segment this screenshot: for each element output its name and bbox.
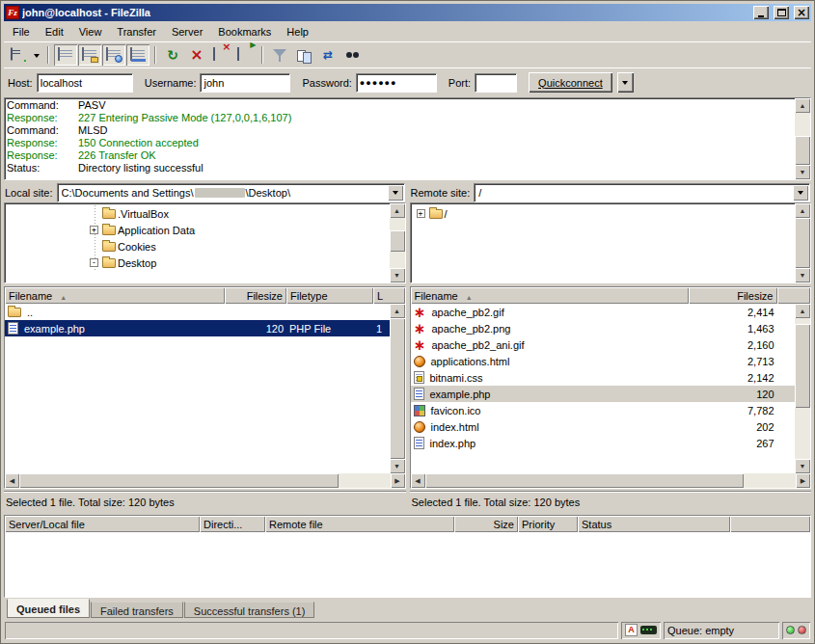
toggle-remote-tree-button[interactable]: [102, 44, 125, 66]
scrollbar-track[interactable]: [19, 473, 391, 488]
site-manager-button[interactable]: [7, 44, 30, 66]
local-site-combobox[interactable]: C:\Documents and Settings\\Desktop\: [57, 183, 405, 202]
column-header-filesize[interactable]: Filesize: [225, 287, 286, 304]
remote-list-horizontal-scrollbar[interactable]: ◀ ▶: [411, 473, 811, 488]
scroll-up-icon[interactable]: ▲: [795, 203, 810, 218]
menu-edit[interactable]: Edit: [38, 23, 71, 40]
disconnect-button[interactable]: [209, 44, 232, 66]
file-row[interactable]: applications.html2,713: [411, 353, 796, 369]
sync-browse-button[interactable]: [316, 44, 340, 66]
scrollbar-track[interactable]: [795, 218, 810, 268]
scroll-down-icon[interactable]: ▼: [795, 268, 810, 282]
tree-item[interactable]: -Desktop: [5, 255, 390, 271]
scrollbar-track[interactable]: [795, 318, 810, 459]
file-row[interactable]: index.php267: [411, 435, 796, 451]
password-input[interactable]: [356, 73, 437, 93]
scroll-down-icon[interactable]: ▼: [390, 459, 405, 473]
column-header-filetype[interactable]: Filetype: [286, 287, 373, 304]
transfer-type-ascii-icon[interactable]: [625, 624, 638, 636]
scrollbar-thumb[interactable]: [795, 218, 810, 268]
column-header-remote-file[interactable]: Remote file: [265, 516, 454, 532]
tree-item[interactable]: Cookies: [5, 238, 390, 255]
column-header-priority[interactable]: Priority: [518, 516, 578, 532]
file-row[interactable]: index.html202: [411, 418, 796, 435]
scroll-right-icon[interactable]: ▶: [391, 473, 405, 488]
tab-queued-files[interactable]: Queued files: [7, 599, 90, 618]
menu-file[interactable]: File: [5, 23, 38, 40]
scroll-right-icon[interactable]: ▶: [796, 473, 810, 488]
file-row[interactable]: bitnami.css2,142: [411, 369, 796, 386]
column-header-filename[interactable]: Filename: [5, 287, 225, 304]
scrollbar-track[interactable]: [390, 318, 405, 459]
expander-icon[interactable]: +: [90, 226, 98, 234]
expander-icon[interactable]: -: [90, 258, 98, 267]
local-tree-scrollbar[interactable]: ▲ ▼: [390, 203, 405, 282]
column-header-filename[interactable]: Filename: [411, 287, 689, 304]
scrollbar-thumb[interactable]: [425, 473, 745, 488]
file-row[interactable]: apache_pb2_ani.gif2,160: [411, 336, 796, 353]
toggle-message-log-button[interactable]: [54, 44, 77, 66]
scroll-up-icon[interactable]: ▲: [795, 98, 810, 113]
file-row[interactable]: ..: [5, 304, 390, 320]
port-input[interactable]: [475, 73, 517, 93]
reconnect-button[interactable]: [233, 44, 257, 66]
maximize-button[interactable]: [774, 6, 789, 19]
site-manager-dropdown-button[interactable]: [31, 44, 42, 66]
scroll-down-icon[interactable]: ▼: [390, 268, 405, 282]
scrollbar-thumb[interactable]: [19, 473, 339, 488]
minimize-button[interactable]: [753, 6, 769, 19]
column-header-direction[interactable]: Directi...: [200, 516, 265, 532]
scroll-up-icon[interactable]: ▲: [390, 203, 405, 218]
remote-tree-scrollbar[interactable]: ▲ ▼: [795, 203, 810, 282]
scroll-up-icon[interactable]: ▲: [390, 304, 405, 318]
local-list-horizontal-scrollbar[interactable]: ◀ ▶: [5, 473, 405, 488]
log-vertical-scrollbar[interactable]: ▲ ▼: [795, 98, 810, 179]
scroll-left-icon[interactable]: ◀: [5, 473, 19, 488]
scroll-down-icon[interactable]: ▼: [795, 459, 810, 473]
host-input[interactable]: [37, 73, 133, 93]
file-row-selected[interactable]: example.php120: [411, 386, 796, 402]
remote-site-combobox[interactable]: /: [474, 183, 810, 202]
compare-button[interactable]: [292, 44, 315, 66]
file-row[interactable]: apache_pb2.gif2,414: [411, 304, 796, 320]
tab-successful-transfers[interactable]: Successful transfers (1): [184, 602, 315, 618]
quickconnect-button[interactable]: Quickconnect: [529, 72, 612, 93]
remote-site-dropdown-button[interactable]: [793, 185, 808, 201]
scroll-down-icon[interactable]: ▼: [795, 165, 810, 179]
tree-item[interactable]: +Application Data: [5, 222, 390, 238]
remote-list-vertical-scrollbar[interactable]: ▲ ▼: [795, 304, 810, 473]
column-header-size[interactable]: Size: [454, 516, 518, 532]
username-input[interactable]: [200, 73, 290, 93]
scroll-up-icon[interactable]: ▲: [795, 304, 810, 318]
column-header-status[interactable]: Status: [578, 516, 730, 532]
menu-help[interactable]: Help: [279, 23, 316, 40]
local-site-dropdown-button[interactable]: [388, 185, 403, 201]
scroll-left-icon[interactable]: ◀: [411, 473, 425, 488]
local-list-vertical-scrollbar[interactable]: ▲ ▼: [390, 304, 405, 473]
toggle-queue-button[interactable]: [126, 44, 149, 66]
scrollbar-track[interactable]: [425, 473, 797, 488]
column-header-last-modified[interactable]: L: [373, 287, 405, 304]
filter-button[interactable]: [268, 44, 291, 66]
file-row-selected[interactable]: example.php 120 PHP File 1: [5, 320, 390, 336]
find-button[interactable]: [340, 44, 364, 66]
keyboard-icon[interactable]: [640, 626, 657, 634]
scrollbar-thumb[interactable]: [795, 136, 810, 165]
menu-transfer[interactable]: Transfer: [109, 23, 164, 40]
quickconnect-dropdown-button[interactable]: [617, 72, 634, 93]
column-header-filesize[interactable]: Filesize: [689, 287, 777, 304]
menu-view[interactable]: View: [71, 23, 110, 40]
tree-item[interactable]: .VirtualBox: [5, 205, 390, 222]
expander-icon[interactable]: +: [417, 209, 425, 218]
scrollbar-track[interactable]: [390, 218, 405, 268]
menu-server[interactable]: Server: [164, 23, 210, 40]
file-row[interactable]: apache_pb2.png1,463: [411, 320, 796, 336]
scrollbar-thumb[interactable]: [390, 318, 405, 459]
scrollbar-thumb[interactable]: [390, 230, 405, 252]
tree-item[interactable]: +/: [411, 205, 796, 222]
refresh-button[interactable]: [161, 44, 184, 66]
menu-bookmarks[interactable]: Bookmarks: [210, 23, 279, 40]
scrollbar-track[interactable]: [795, 113, 810, 165]
cancel-button[interactable]: [185, 44, 208, 66]
tab-failed-transfers[interactable]: Failed transfers: [91, 602, 183, 618]
